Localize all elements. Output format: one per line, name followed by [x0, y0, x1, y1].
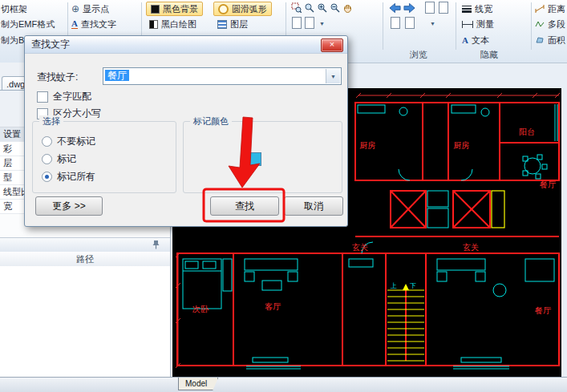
view-tool-button[interactable]	[303, 17, 315, 29]
page-icon	[439, 2, 448, 14]
toolbar-button-bw-drawing[interactable]: 黑白绘图	[149, 18, 196, 30]
model-tab[interactable]: Model	[178, 378, 218, 390]
toolbar-button-measure[interactable]: 测量	[462, 18, 494, 30]
room-label: 玄关	[463, 243, 479, 252]
toolbar-button-label: 距离	[548, 3, 565, 15]
right-arrow-icon	[403, 2, 415, 14]
dialog-titlebar[interactable]: 查找文字 ×	[25, 36, 347, 54]
polyline-icon	[535, 20, 545, 28]
toolbar-button-copy-emf[interactable]: 制为EMF格式	[1, 18, 55, 30]
cancel-button[interactable]: 取消	[284, 196, 343, 216]
layers-icon	[217, 20, 227, 29]
view-tool-button[interactable]	[290, 17, 302, 29]
whole-word-checkbox[interactable]: 全字匹配	[37, 90, 91, 103]
toolbar-button-text[interactable]: A 文本	[462, 34, 489, 46]
toolbar-separator	[383, 2, 383, 50]
area-icon	[535, 36, 545, 44]
toolbar-button-label: 显示点	[83, 3, 109, 15]
radio-mark[interactable]: 标记	[42, 152, 76, 166]
page-icon	[292, 17, 302, 29]
group-label: 标记颜色	[190, 115, 232, 127]
checkbox-box	[37, 91, 48, 103]
toolbar-separator	[531, 2, 532, 50]
more-button[interactable]: 更多 >>	[35, 196, 103, 216]
group-label: 选择	[39, 115, 63, 127]
selection-group: 选择 不要标记 标记 标记所有	[32, 121, 176, 193]
document-tab-label: .dwg	[6, 79, 25, 89]
combobox-selected-value: 餐厅	[105, 70, 129, 81]
room-label: 厨房	[453, 141, 469, 150]
page-icon	[425, 2, 435, 14]
toolbar-button-find-text[interactable]: A 查找文字	[71, 18, 116, 30]
zoom-window-icon	[291, 2, 302, 13]
chevron-down-icon: ▼	[430, 21, 435, 26]
page-icon	[305, 17, 314, 29]
black-square-icon	[151, 5, 160, 14]
room-label: 次卧	[192, 305, 209, 313]
pan-button[interactable]	[342, 2, 354, 14]
toolbar-button-label: 面积	[548, 34, 565, 46]
nav-tool-button[interactable]	[389, 17, 401, 29]
find-what-label: 查找蚊子:	[37, 71, 78, 84]
distance-icon	[535, 5, 545, 13]
find-what-combobox[interactable]: 餐厅 ▼	[103, 67, 342, 85]
page-view-button[interactable]	[437, 2, 449, 14]
mark-color-group: 标记颜色	[183, 121, 342, 193]
radio-circle	[42, 136, 52, 147]
zoom-in-icon	[317, 2, 327, 13]
toolbar-toggle-smooth-arc[interactable]: 圆滑弧形	[213, 2, 272, 16]
group-label-browse: 浏览	[410, 49, 427, 61]
toolbar-button-cut-frame[interactable]: 切框架	[1, 2, 27, 15]
toolbar-button-area[interactable]: 面积	[535, 34, 565, 46]
zoom-out-button[interactable]	[329, 2, 341, 14]
find-text-icon: A	[71, 19, 78, 29]
zoom-dropdown-button[interactable]: ▼	[316, 18, 328, 30]
toolbar-button-label: 黑色背景	[163, 3, 198, 15]
nav-dropdown-button[interactable]: ▼	[427, 18, 439, 30]
stairs	[387, 191, 504, 361]
find-button[interactable]: 查找	[210, 196, 279, 216]
radio-mark-all[interactable]: 标记所有	[42, 170, 95, 184]
toolbar-button-layers[interactable]: 图层	[217, 18, 248, 30]
toolbar-toggle-black-background[interactable]: 黑色背景	[146, 2, 203, 16]
zoom-out-icon	[330, 2, 340, 13]
page-view-button[interactable]	[423, 2, 435, 14]
close-icon: ×	[330, 39, 334, 49]
chevron-down-icon: ▼	[330, 74, 336, 79]
left-arrow-icon	[389, 2, 401, 14]
toolbar-button-label: 文本	[472, 34, 489, 46]
radio-circle	[42, 154, 52, 164]
radio-circle-selected	[42, 172, 52, 182]
toolbar-button-show-points[interactable]: ⊕ 显示点	[71, 2, 109, 15]
toolbar-button-label: 多段	[548, 18, 565, 30]
dialog-title: 查找文字	[25, 38, 70, 51]
toolbar-button-label: 黑白绘图	[161, 18, 196, 30]
measure-icon	[462, 21, 473, 28]
toolbar-button-distance[interactable]: 距离	[535, 2, 565, 15]
toolbar-button-lineweight[interactable]: 线宽	[462, 2, 492, 15]
stair-label-up: 上	[390, 282, 397, 289]
radio-label: 不要标记	[57, 135, 95, 148]
toolbar-button-polyline[interactable]: 多段	[535, 18, 565, 30]
room-label: 客厅	[265, 302, 281, 311]
room-label: 玄关	[352, 243, 368, 252]
radio-no-mark[interactable]: 不要标记	[42, 135, 95, 148]
forward-arrow-button[interactable]	[403, 2, 415, 14]
crosshair-point-icon: ⊕	[71, 4, 79, 14]
dialog-close-button[interactable]: ×	[321, 38, 343, 52]
zoom-in-button[interactable]	[316, 2, 328, 14]
zoom-extents-button[interactable]	[290, 2, 302, 14]
radio-label: 标记所有	[57, 170, 95, 184]
zoom-button[interactable]	[303, 2, 315, 14]
combobox-dropdown-button[interactable]: ▼	[326, 69, 340, 83]
nav-tool-button[interactable]	[403, 17, 415, 29]
path-list	[0, 266, 170, 377]
pin-icon[interactable]	[152, 240, 160, 249]
mark-color-swatch[interactable]	[248, 152, 261, 166]
toolbar-button-label: 查找文字	[81, 18, 116, 30]
panel-header-bar	[0, 237, 170, 253]
checkbox-label: 全字匹配	[53, 90, 91, 103]
back-arrow-button[interactable]	[389, 2, 401, 14]
black-white-icon	[149, 20, 158, 29]
path-column-header[interactable]: 路径	[0, 252, 170, 267]
